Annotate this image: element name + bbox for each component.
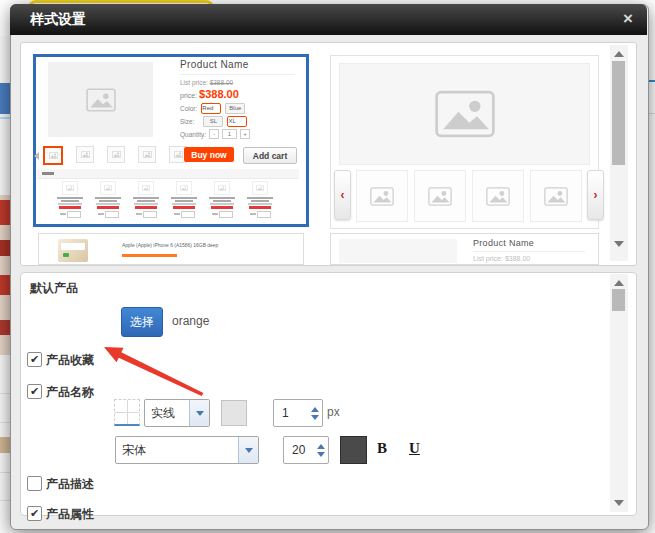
partial-product-name: Product Name	[473, 238, 534, 248]
border-width-spinner[interactable]: 1	[273, 399, 323, 427]
screen: { "modal": { "title": "样式设置", "close_ico…	[0, 0, 655, 533]
text-placeholder	[175, 200, 193, 202]
settings-form-panel	[20, 272, 637, 516]
gallery-scrollbar-thumb[interactable]	[612, 61, 625, 165]
font-family-select[interactable]: 宋体	[115, 436, 259, 464]
image-icon	[81, 151, 90, 158]
quantity-input-placeholder	[136, 211, 157, 218]
chevron-down-icon	[189, 400, 209, 426]
text-placeholder	[251, 200, 269, 202]
image-icon	[370, 187, 394, 206]
image-icon	[252, 181, 268, 195]
checkbox-product-attributes[interactable]: ✔	[27, 506, 42, 521]
border-sides-picker[interactable]	[114, 399, 140, 426]
px-unit-label: px	[327, 405, 340, 419]
underline-button[interactable]: U	[409, 440, 420, 457]
quantity-plus: +	[240, 129, 250, 139]
price-placeholder	[173, 206, 195, 209]
image-icon	[428, 187, 452, 206]
dialog-header: 样式设置 ×	[10, 4, 647, 35]
carousel-next-button: ›	[587, 170, 604, 220]
partial-list-price: List price: $388.00	[473, 255, 530, 262]
close-icon[interactable]: ×	[623, 10, 633, 28]
thumbnail-list	[43, 146, 187, 165]
scroll-up-icon[interactable]	[614, 280, 624, 286]
price-placeholder	[59, 206, 81, 209]
image-icon	[143, 151, 152, 158]
product-image-placeholder	[48, 62, 153, 137]
scroll-up-icon[interactable]	[614, 51, 624, 57]
image-icon	[62, 181, 78, 195]
background-promo-red	[0, 320, 10, 335]
color-label: Color:	[180, 105, 197, 112]
preview-quantity-row: Quantity: - 1 +	[180, 129, 250, 139]
text-placeholder	[210, 203, 234, 205]
related-products-row	[54, 181, 282, 218]
iphone-product-title-wrap: Apple (Apple) iPhone 6 (A1586) 16GB deep	[122, 243, 217, 250]
chevron-down-icon	[238, 437, 258, 463]
quantity-input-placeholder	[212, 211, 233, 218]
choose-product-button[interactable]: 选择	[121, 307, 163, 337]
image-placeholder	[339, 239, 457, 263]
scroll-down-icon[interactable]	[614, 241, 624, 247]
image-icon	[174, 151, 183, 158]
divider	[180, 74, 295, 75]
iphone-product-title: Apple (Apple) iPhone 6 (A1586) 16GB deep	[122, 243, 174, 249]
related-product-card	[54, 181, 86, 218]
text-placeholder	[61, 200, 79, 202]
quantity-input-placeholder	[60, 211, 81, 218]
checkbox-label-product-attributes: 产品属性	[46, 506, 94, 523]
font-color-swatch[interactable]	[340, 436, 367, 464]
spinner-arrows-icon[interactable]	[307, 400, 322, 426]
preview-thumbnail	[43, 146, 63, 165]
text-placeholder	[248, 203, 272, 205]
text-placeholder	[213, 200, 231, 202]
image-icon	[100, 181, 116, 195]
price-label: price:	[180, 92, 197, 99]
text-placeholder	[99, 200, 117, 202]
orange-price-line-placeholder	[122, 254, 177, 257]
price-placeholder	[211, 206, 233, 209]
background-promo-red	[0, 200, 10, 225]
quantity-input-placeholder	[174, 211, 195, 218]
text-placeholder	[95, 197, 121, 199]
quantity-minus: -	[209, 129, 219, 139]
font-size-spinner[interactable]: 20	[283, 436, 329, 464]
checkbox-product-name[interactable]: ✔	[27, 384, 42, 399]
bold-button[interactable]: B	[377, 440, 387, 457]
size-chip-xl: XL	[227, 116, 247, 127]
related-products-header	[37, 169, 299, 179]
font-family-value: 宋体	[116, 442, 238, 459]
background-promo-red	[0, 240, 10, 256]
spinner-arrows-icon[interactable]	[313, 437, 328, 463]
buy-now-button: Buy now	[184, 147, 234, 162]
text-placeholder	[134, 203, 158, 205]
text-placeholder	[247, 197, 273, 199]
color-chip-red: Red	[201, 103, 221, 114]
related-product-card	[130, 181, 162, 218]
quantity-input-placeholder	[98, 211, 119, 218]
form-scrollbar-thumb[interactable]	[612, 289, 625, 311]
carousel-thumbnails	[356, 170, 582, 220]
list-price-value: $388.00	[210, 79, 234, 86]
image-icon	[176, 181, 192, 195]
carousel-prev-button: ‹	[334, 170, 351, 220]
price-placeholder	[97, 206, 119, 209]
border-color-swatch[interactable]	[221, 400, 247, 426]
related-product-card	[206, 181, 238, 218]
scroll-down-icon[interactable]	[614, 500, 624, 506]
related-product-card	[92, 181, 124, 218]
background-blue-block	[0, 83, 10, 114]
text-placeholder	[133, 197, 159, 199]
border-style-select[interactable]: 实线	[144, 399, 210, 427]
iphone-product-photo	[58, 239, 88, 262]
text-placeholder	[42, 172, 54, 175]
carousel-row: ‹ ›	[334, 170, 593, 220]
checkbox-product-description[interactable]	[27, 476, 42, 491]
image-icon	[214, 181, 230, 195]
checkbox-product-favorite[interactable]: ✔	[27, 352, 42, 367]
preview-thumbnail	[76, 146, 94, 163]
preview-list-price: List price: $388.00	[180, 79, 233, 86]
background-line	[0, 500, 10, 501]
image-icon	[49, 152, 58, 159]
